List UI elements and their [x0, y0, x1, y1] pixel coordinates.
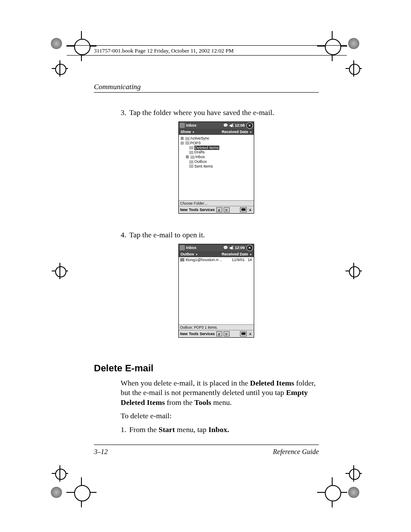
ss1-subbar: Show▼ Received Date▼ — [179, 129, 254, 135]
running-header: Communicating — [94, 83, 141, 91]
close-icon[interactable]: ✕ — [246, 122, 253, 129]
ss1-bottom-bar: New Tools Services ⇵ ⟳ ⌨ ▴ — [179, 206, 254, 213]
ss2-bottom-bar: New Tools Services ⇵ ⟳ ⌨ ▴ — [179, 330, 254, 337]
connect-icon[interactable]: ⇵ — [216, 207, 222, 212]
tree-item-drafts[interactable]: Drafts — [181, 150, 252, 155]
header-line: 311757-001.book Page 12 Friday, October … — [94, 47, 234, 54]
ss1-services-button[interactable]: Services — [200, 208, 215, 212]
print-cross-icon — [346, 465, 362, 482]
sip-up-icon[interactable]: ▴ — [248, 208, 252, 212]
ss2-tools-button[interactable]: Tools — [189, 332, 198, 336]
outbox-icon — [189, 160, 193, 164]
tree-item-pop3[interactable]: ⊟ POP3 — [181, 141, 252, 146]
ss1-show-dropdown[interactable]: Show▼ — [181, 130, 195, 134]
ss1-title: Inbox — [186, 123, 196, 128]
list-item-size: 1K — [246, 258, 252, 262]
print-cross-icon — [66, 31, 97, 61]
step-3: 3.Tap the folder where you have saved th… — [121, 108, 319, 117]
header-rule — [67, 55, 347, 56]
ss2-subbar: Outbox▼ Received Date▼ — [179, 251, 254, 257]
sync-icon[interactable]: ⟳ — [224, 331, 230, 336]
ss1-new-button[interactable]: New — [180, 208, 187, 212]
speaker-icon: ◀ἱ — [229, 246, 234, 250]
tree-item-inbox[interactable]: ⊞ Inbox — [181, 155, 252, 159]
sync-icon[interactable]: ⟳ — [224, 207, 230, 212]
ss2-status-bar: Outbox: POP3 1 Items. — [179, 324, 254, 330]
list-item-date: 11/9/01 — [230, 258, 246, 262]
speaker-icon: ◀ἱ — [229, 123, 234, 128]
ss1-folder-tree: ⊞ ActiveSync ⊟ POP3 Deleted Items Drafts… — [179, 135, 254, 200]
list-item-from: klong1@houston.rr… — [186, 258, 230, 262]
ss1-sort-dropdown[interactable]: Received Date▼ — [222, 130, 252, 134]
ss1-choose-folder[interactable]: Choose Folder… — [179, 200, 254, 206]
inbox-icon — [190, 156, 195, 159]
service-icon — [185, 137, 190, 140]
print-dot-icon — [51, 487, 62, 498]
list-item[interactable]: klong1@houston.rr… 11/9/01 1K — [179, 257, 254, 263]
header-rule — [67, 45, 347, 46]
screenshot-outbox-list: Inbox 💬 ◀ἱ 12:09 ✕ Outbox▼ Received Date… — [178, 244, 254, 338]
print-cross-icon — [317, 477, 347, 507]
ss2-folder-dropdown[interactable]: Outbox▼ — [181, 252, 198, 256]
service-icon — [185, 141, 190, 145]
print-cross-icon — [52, 263, 68, 279]
ss1-tools-button[interactable]: Tools — [189, 208, 198, 212]
ss2-new-button[interactable]: New — [180, 332, 187, 336]
close-icon[interactable]: ✕ — [246, 245, 253, 251]
print-cross-icon — [52, 60, 68, 77]
ss2-time: 12:09 — [235, 246, 245, 250]
chat-icon: 💬 — [223, 246, 228, 250]
connect-icon[interactable]: ⇵ — [216, 331, 222, 336]
print-dot-icon — [348, 38, 359, 49]
start-icon — [180, 123, 185, 128]
keyboard-icon[interactable]: ⌨ — [240, 331, 247, 336]
ss2-title: Inbox — [186, 246, 196, 250]
tree-item-activesync[interactable]: ⊞ ActiveSync — [181, 136, 252, 141]
folder-icon — [189, 165, 193, 168]
print-cross-icon — [66, 477, 97, 507]
section-title-delete-email: Delete E-mail — [94, 363, 153, 374]
chat-icon: 💬 — [223, 123, 228, 128]
print-cross-icon — [52, 465, 68, 482]
tree-item-outbox[interactable]: Outbox — [181, 159, 252, 164]
tree-item-sent[interactable]: Sent Items — [181, 164, 252, 169]
folder-icon — [189, 151, 193, 154]
start-icon — [180, 245, 185, 250]
print-cross-icon — [317, 31, 347, 61]
screenshot-inbox-tree: Inbox 💬 ◀ἱ 12:08 ✕ Show▼ Received Date▼ … — [178, 121, 254, 214]
delete-step-1: 1.From the Start menu, tap Inbox. — [121, 425, 319, 434]
ss2-titlebar: Inbox 💬 ◀ἱ 12:09 ✕ — [179, 244, 254, 251]
sip-up-icon[interactable]: ▴ — [248, 332, 252, 336]
ss2-sort-dropdown[interactable]: Received Date▼ — [222, 252, 252, 256]
ss2-message-list: klong1@houston.rr… 11/9/01 1K — [179, 257, 254, 324]
footer-page-number: 3–12 — [94, 448, 108, 456]
ss1-time: 12:08 — [235, 123, 245, 128]
step-4: 4.Tap the e-mail to open it. — [121, 230, 319, 240]
section-rule — [94, 92, 319, 93]
delete-intro: To delete e-mail: — [121, 411, 319, 420]
footer-rule — [94, 445, 319, 445]
trash-icon — [189, 146, 193, 149]
tree-item-deleted[interactable]: Deleted Items — [181, 146, 252, 150]
delete-paragraph: When you delete e-mail, it is placed in … — [121, 378, 319, 407]
print-dot-icon — [51, 38, 62, 49]
envelope-icon — [180, 258, 184, 261]
ss2-services-button[interactable]: Services — [200, 332, 215, 336]
print-dot-icon — [348, 487, 359, 498]
print-cross-icon — [346, 60, 362, 77]
print-cross-icon — [346, 263, 362, 279]
ss1-titlebar: Inbox 💬 ◀ἱ 12:08 ✕ — [179, 122, 254, 129]
keyboard-icon[interactable]: ⌨ — [240, 207, 247, 212]
footer-doc-title: Reference Guide — [273, 448, 319, 456]
